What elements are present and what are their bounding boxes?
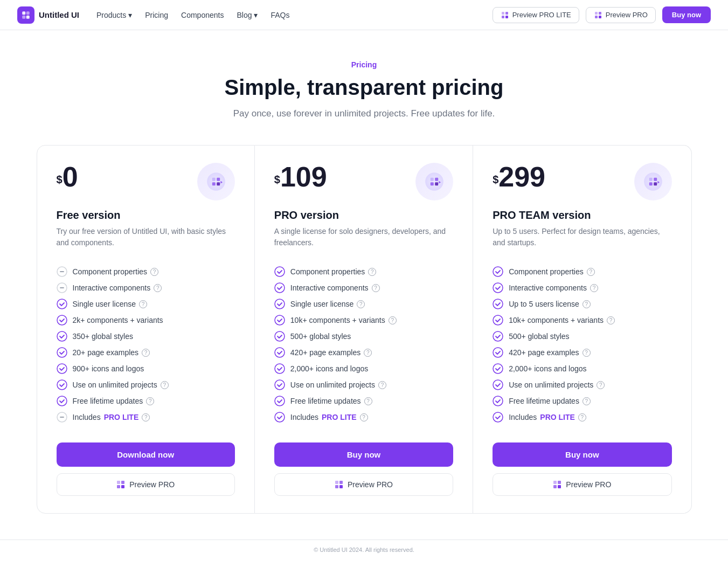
help-icon[interactable]: ? [364, 349, 372, 357]
feature-text: Component properties [73, 267, 148, 276]
feature-label: Component properties? [290, 267, 377, 276]
help-icon[interactable]: ? [378, 381, 386, 389]
feature-icon-minus [57, 282, 67, 293]
feature-list: Component properties? Interactive compon… [57, 264, 235, 425]
help-icon[interactable]: ? [150, 268, 158, 276]
price-sup: $ [57, 174, 63, 185]
feature-label: 500+ global styles [509, 332, 569, 341]
help-icon[interactable]: ? [578, 413, 586, 421]
preview-pro-lite-button[interactable]: Preview PRO LITE [493, 7, 579, 23]
feature-item: Single user license? [57, 296, 235, 312]
svg-rect-29 [121, 481, 124, 484]
help-icon[interactable]: ? [142, 349, 150, 357]
help-icon[interactable]: ? [587, 268, 595, 276]
nav-blog[interactable]: Blog ▾ [237, 11, 258, 19]
svg-rect-9 [599, 12, 601, 15]
svg-rect-55 [649, 182, 652, 185]
help-icon[interactable]: ? [597, 381, 605, 389]
feature-item: 20+ page examples? [57, 344, 235, 361]
svg-rect-6 [502, 16, 504, 18]
pro-lite-label: PRO LITE [540, 413, 575, 421]
help-icon[interactable]: ? [360, 413, 368, 421]
svg-rect-15 [212, 182, 216, 185]
feature-label: 10k+ components + variants? [509, 316, 615, 324]
plan-name: Free version [57, 209, 235, 222]
feature-item: 420+ page examples? [493, 344, 671, 361]
plan-name: PRO version [274, 209, 453, 222]
plan-desc: Up to 5 users. Perfect for design teams,… [493, 226, 671, 248]
feature-icon-check [493, 363, 503, 374]
svg-point-46 [275, 396, 285, 406]
feature-label: 420+ page examples? [290, 348, 372, 357]
feature-icon-check [274, 282, 285, 293]
nav-components[interactable]: Components [181, 11, 224, 19]
svg-point-38 [275, 267, 285, 276]
help-icon[interactable]: ? [142, 413, 150, 421]
svg-rect-48 [335, 481, 338, 484]
feature-text: 2k+ components + variants [73, 316, 163, 324]
price-block: $109 [274, 163, 327, 191]
help-icon[interactable]: ? [146, 397, 154, 405]
svg-point-60 [493, 299, 503, 309]
svg-rect-11 [599, 16, 601, 18]
help-icon[interactable]: ? [583, 300, 591, 308]
feature-icon-check [57, 331, 67, 342]
cta-secondary-button[interactable]: Preview PRO [57, 473, 235, 496]
pricing-card-2: $299 PRO TEAM version Up to 5 users. Per… [473, 145, 691, 514]
feature-list: Component properties? Interactive compon… [493, 264, 671, 425]
svg-rect-51 [339, 485, 343, 488]
svg-point-22 [57, 331, 67, 341]
help-icon[interactable]: ? [161, 381, 169, 389]
cta-primary-button[interactable]: Download now [57, 442, 235, 467]
cta-secondary-button[interactable]: Preview PRO [274, 473, 453, 496]
feature-text: 350+ global styles [73, 332, 133, 341]
help-icon[interactable]: ? [154, 284, 162, 292]
buy-now-button-nav[interactable]: Buy now [662, 6, 711, 23]
svg-point-43 [275, 348, 285, 357]
cta-primary-button[interactable]: Buy now [274, 442, 453, 467]
preview-pro-button-nav[interactable]: Preview PRO [586, 7, 656, 23]
feature-text: Free lifetime updates [73, 397, 143, 405]
pro-lite-label: PRO LITE [322, 413, 357, 421]
feature-text: Interactive components [73, 283, 151, 292]
svg-rect-70 [553, 485, 557, 488]
help-icon[interactable]: ? [357, 300, 365, 308]
nav-faqs[interactable]: FAQs [271, 11, 289, 19]
feature-item: Free lifetime updates? [274, 393, 453, 409]
preview-pro-lite-label: Preview PRO LITE [512, 11, 571, 19]
svg-rect-71 [558, 485, 561, 488]
feature-item: Free lifetime updates? [57, 393, 235, 409]
svg-rect-8 [595, 12, 598, 15]
card-header: $109 [274, 163, 453, 200]
help-icon[interactable]: ? [372, 284, 380, 292]
footer: © Untitled UI 2024. All rights reserved. [0, 540, 728, 559]
svg-rect-7 [505, 16, 508, 18]
help-icon[interactable]: ? [139, 300, 147, 308]
feature-label: Single user license? [290, 300, 365, 308]
price-block: $0 [57, 163, 78, 191]
feature-item: Includes PRO LITE? [274, 409, 453, 425]
help-icon[interactable]: ? [607, 316, 615, 324]
nav-products[interactable]: Products ▾ [96, 11, 132, 19]
cta-primary-button[interactable]: Buy now [493, 442, 671, 467]
figma-icon-card [335, 480, 343, 489]
hero-subtitle: Pay once, use forever in unlimited proje… [17, 108, 711, 119]
feature-icon-check [493, 379, 503, 390]
feature-text: 420+ page examples [509, 348, 579, 357]
feature-icon-check [57, 299, 67, 309]
feature-text: Component properties [509, 267, 584, 276]
help-icon[interactable]: ? [583, 349, 591, 357]
help-icon[interactable]: ? [583, 397, 591, 405]
price-main: 109 [280, 161, 327, 192]
feature-item: Component properties? [274, 264, 453, 280]
help-icon[interactable]: ? [364, 397, 372, 405]
help-icon[interactable]: ? [389, 316, 397, 324]
hero-label: Pricing [17, 60, 711, 69]
logo[interactable]: Untitled UI [17, 6, 79, 24]
nav-pricing[interactable]: Pricing [145, 11, 168, 19]
help-icon[interactable]: ? [368, 268, 376, 276]
cta-secondary-button[interactable]: Preview PRO [493, 473, 671, 496]
feature-item: Free lifetime updates? [493, 393, 671, 409]
feature-icon-check [493, 412, 503, 423]
help-icon[interactable]: ? [590, 284, 598, 292]
